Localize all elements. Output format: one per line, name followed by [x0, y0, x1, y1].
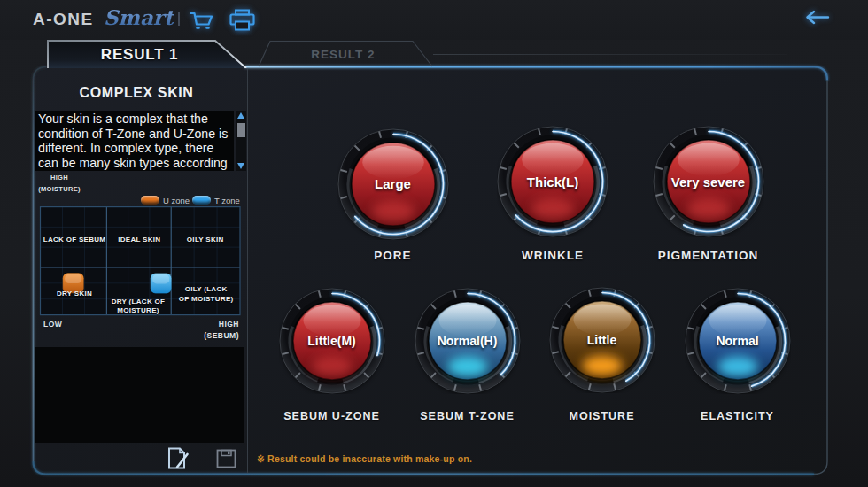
cart-icon[interactable] — [189, 11, 215, 31]
y-axis-high-label: HIGH (MOISTURE) — [32, 174, 87, 193]
skin-type-title: COMPLEX SKIN — [35, 85, 237, 101]
chart-cell-label: OILY SKIN — [187, 236, 224, 245]
chart-cell-label: DRY SKIN — [57, 290, 92, 299]
gauge-label: MOISTURE — [570, 410, 635, 422]
gauge-label: PORE — [374, 249, 411, 262]
t-zone-marker — [151, 274, 172, 294]
tab-result-1-label: RESULT 1 — [66, 46, 213, 64]
description-line: can be many skin types according — [38, 156, 234, 171]
disclaimer-note: ※ Result could be inaccurate with make-u… — [257, 453, 472, 464]
gauge-pore[interactable]: Large — [337, 128, 449, 240]
printer-icon[interactable] — [229, 9, 256, 32]
top-divider — [178, 12, 180, 26]
skin-analyzer-screen: A-ONE Smart — [0, 0, 868, 487]
gauge-elasticity[interactable]: Normal — [685, 288, 791, 394]
gauge-moisture[interactable]: Little — [549, 287, 655, 393]
gauge-dial-graphic — [549, 287, 655, 393]
scroll-thumb[interactable] — [237, 123, 245, 137]
gauge-label: SEBUM U-ZONE — [283, 410, 380, 422]
gauge-dial-graphic — [337, 128, 449, 240]
top-bar: A-ONE Smart — [0, 0, 868, 40]
gauge-label: ELASTICITY — [701, 410, 774, 422]
gauge-pigmentation[interactable]: Very severe — [653, 126, 764, 237]
gauge-label: SEBUM T-ZONE — [420, 410, 514, 422]
edit-note-icon[interactable] — [167, 446, 190, 474]
description-line: Your skin is a complex that the — [38, 112, 234, 127]
save-icon[interactable] — [216, 449, 236, 472]
gauge-dial-graphic — [415, 288, 521, 394]
description-line: different. In complex type, there — [38, 141, 234, 156]
chart-cell-label: LACK OF SEBUM — [43, 236, 106, 245]
gauge-dial-graphic — [653, 126, 764, 237]
scroll-down-icon[interactable] — [237, 163, 244, 169]
gauge-dial-graphic — [685, 288, 791, 394]
left-panel-separator — [247, 69, 248, 473]
back-arrow-icon[interactable] — [804, 10, 830, 28]
skin-description-box: Your skin is a complex that thecondition… — [35, 111, 234, 171]
x-axis-high-label: HIGH (SEBUM) — [159, 320, 239, 340]
gauge-label: PIGMENTATION — [658, 249, 759, 262]
gauge-dial-graphic — [497, 126, 608, 237]
gauge-wrinkle[interactable]: Thick(L) — [497, 126, 608, 237]
gauge-label: WRINKLE — [522, 249, 584, 262]
brand-logo: A-ONE — [33, 10, 94, 29]
chart-cell-label: OILY (LACKOF MOISTURE) — [179, 285, 234, 304]
x-axis-low-label: LOW — [43, 320, 62, 329]
tab-result-2-label: RESULT 2 — [270, 48, 416, 61]
chart-cell-label: IDEAL SKIN — [118, 236, 160, 245]
notes-area — [35, 347, 244, 443]
chart-cell-label: DRY (LACK OFMOISTURE) — [112, 297, 166, 315]
description-scrollbar[interactable] — [236, 111, 246, 171]
gauge-sebum-u-zone[interactable]: Little(M) — [279, 288, 385, 394]
description-line: condition of T-Zone and U-Zone is — [38, 127, 234, 142]
tab-bar-accent-line — [433, 54, 787, 55]
gauge-dial-graphic — [279, 288, 385, 394]
brand-logo-script: Smart — [104, 5, 174, 29]
scroll-up-icon[interactable] — [237, 112, 244, 119]
gauge-sebum-t-zone[interactable]: Normal(H) — [415, 288, 521, 394]
